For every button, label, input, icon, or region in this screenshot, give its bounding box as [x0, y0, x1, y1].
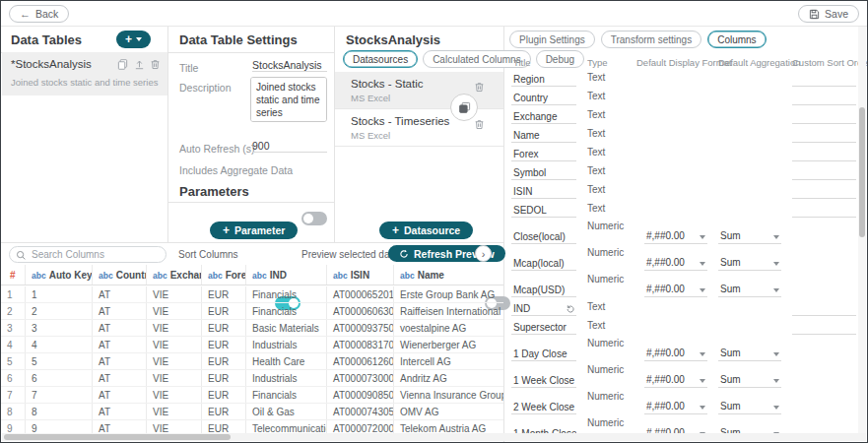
- column-title-input[interactable]: Supersector: [511, 322, 576, 335]
- column-title-input[interactable]: 1 Day Close: [511, 348, 576, 361]
- column-row: Close(local) Numeric #,##0.00 Sum: [503, 220, 859, 246]
- aggregation-select[interactable]: Sum: [718, 348, 781, 361]
- columns-panel-tab[interactable]: Transform settings: [601, 31, 701, 48]
- column-row: Supersector Text: [503, 318, 859, 337]
- preview-header-cell[interactable]: abcAuto Key: [26, 265, 93, 285]
- delete-icon[interactable]: [148, 57, 162, 71]
- add-data-table-button[interactable]: +: [116, 31, 151, 48]
- delete-icon[interactable]: [472, 117, 486, 131]
- datasource-item-timeseries[interactable]: Stocks - Timeseries MS Excel: [335, 109, 503, 147]
- display-format-select[interactable]: #,##0.00: [644, 230, 707, 244]
- preview-header-cell[interactable]: abcName: [394, 265, 503, 285]
- preview-header-cell[interactable]: abcCountry: [93, 265, 147, 285]
- column-title-input[interactable]: Mcap(USD): [511, 285, 576, 297]
- column-title-input[interactable]: Mcap(local): [511, 258, 576, 271]
- join-datasources-icon[interactable]: [450, 94, 478, 121]
- column-title-input[interactable]: Forex: [511, 149, 576, 161]
- data-table-name: *StocksAnalysis: [11, 58, 92, 70]
- horizontal-scrollbar[interactable]: [2, 433, 866, 441]
- preview-table-row[interactable]: 6 6 AT VIE EUR Industrials AT0000730007 …: [1, 370, 503, 387]
- display-format-select[interactable]: #,##0.00: [644, 401, 707, 414]
- scrollbar-thumb[interactable]: [859, 107, 865, 237]
- aggregation-select[interactable]: Sum: [718, 374, 781, 388]
- datasource-tab[interactable]: Datasources: [343, 50, 418, 68]
- description-input[interactable]: Joined stocks static and time series: [250, 77, 327, 122]
- display-format-select[interactable]: #,##0.00: [644, 348, 707, 361]
- add-parameter-button[interactable]: + Parameter: [210, 222, 298, 239]
- auto-refresh-input[interactable]: [252, 140, 327, 153]
- save-button[interactable]: Save: [798, 5, 859, 23]
- custom-sort-input[interactable]: [792, 187, 856, 199]
- aggregation-value: Sum: [720, 348, 741, 358]
- upload-icon[interactable]: [132, 57, 146, 71]
- tab-label: Debug: [546, 54, 574, 65]
- column-title-input[interactable]: ISIN: [511, 186, 576, 199]
- column-header-aggregation: Default Aggregation: [718, 57, 800, 68]
- reset-icon[interactable]: [565, 303, 575, 314]
- preview-table-row[interactable]: 4 4 AT VIE EUR Industrials AT0000831706 …: [1, 337, 503, 353]
- aggregate-data-label: Includes Aggregate Data: [179, 164, 293, 176]
- name-cell: Erste Group Bank AG: [394, 286, 503, 302]
- search-columns-input[interactable]: [32, 248, 160, 261]
- custom-sort-input[interactable]: [792, 131, 856, 143]
- aggregation-select[interactable]: Sum: [718, 257, 781, 271]
- columns-panel-tab[interactable]: Plugin Settings: [509, 31, 595, 48]
- display-format-select[interactable]: #,##0.00: [644, 257, 707, 271]
- toggle-knob: [303, 214, 313, 223]
- datasource-tab[interactable]: Debug: [536, 50, 584, 68]
- delete-icon[interactable]: [472, 80, 486, 94]
- column-title-input[interactable]: Close(local): [511, 231, 576, 244]
- add-datasource-button[interactable]: + Datasource: [379, 222, 473, 239]
- scrollbar-thumb[interactable]: [4, 434, 231, 440]
- preview-table-row[interactable]: 5 5 AT VIE EUR Health Care AT0000612601 …: [1, 353, 503, 370]
- display-format-select[interactable]: #,##0.00: [644, 374, 707, 388]
- aggregation-select[interactable]: Sum: [718, 284, 781, 297]
- preview-header-cell[interactable]: abcISIN: [327, 265, 394, 285]
- column-title-input[interactable]: SEDOL: [511, 205, 576, 218]
- column-title-input[interactable]: Country: [511, 93, 576, 105]
- preview-header-cell[interactable]: abcExchange: [147, 265, 202, 285]
- custom-sort-input[interactable]: [792, 75, 856, 87]
- exchange-cell: VIE: [147, 303, 202, 319]
- columns-panel-tab[interactable]: Columns: [707, 31, 766, 48]
- display-format-select[interactable]: #,##0.00: [644, 284, 707, 297]
- custom-sort-input[interactable]: [792, 94, 856, 105]
- plus-icon: +: [392, 224, 399, 236]
- custom-sort-input[interactable]: [792, 150, 856, 161]
- chevron-down-icon: [700, 288, 705, 292]
- column-row: Name Text: [503, 126, 859, 145]
- back-button[interactable]: ← Back: [9, 5, 69, 23]
- datasource-item-static[interactable]: Stocks - Static MS Excel: [335, 72, 503, 109]
- preview-table-row[interactable]: 2 2 AT VIE EUR Financials AT0000606306 R…: [1, 303, 503, 320]
- custom-sort-input[interactable]: [792, 112, 856, 124]
- column-row: Country Text: [503, 89, 859, 107]
- custom-sort-input[interactable]: [792, 206, 856, 218]
- title-input[interactable]: [252, 59, 327, 72]
- column-title-input[interactable]: 2 Week Close: [511, 402, 576, 414]
- column-title-input[interactable]: Region: [511, 74, 576, 87]
- column-title-input[interactable]: Exchange: [511, 111, 576, 124]
- copy-icon[interactable]: [115, 57, 129, 71]
- app-window: ← Back Save Data Tables + *StocksAnalysi…: [0, 0, 868, 443]
- column-title-input[interactable]: Symbol: [511, 167, 576, 180]
- preview-table-row[interactable]: 3 3 AT VIE EUR Basic Materials AT0000937…: [1, 320, 503, 337]
- preview-header-cell[interactable]: abcForex: [202, 265, 246, 285]
- preview-header-cell[interactable]: abcIND: [246, 265, 327, 285]
- aggregation-select[interactable]: Sum: [718, 230, 781, 244]
- column-title-input[interactable]: 1 Week Close: [511, 375, 576, 388]
- custom-sort-input[interactable]: [792, 323, 856, 335]
- preview-table-row[interactable]: 7 7 AT VIE EUR Financials AT0000908504 V…: [1, 387, 503, 404]
- custom-sort-input[interactable]: [792, 304, 856, 316]
- aggregation-select[interactable]: Sum: [718, 401, 781, 414]
- custom-sort-input[interactable]: [792, 168, 856, 180]
- data-table-list-item[interactable]: *StocksAnalysis Joined stocks static and…: [2, 52, 167, 95]
- chevron-down-icon: [700, 379, 705, 383]
- columns-list: Region Text Country: [503, 70, 859, 435]
- vertical-scrollbar[interactable]: [858, 27, 866, 433]
- expand-preview-button[interactable]: ›: [475, 245, 492, 262]
- aggregate-data-toggle[interactable]: [301, 212, 327, 225]
- column-title-input[interactable]: Name: [511, 130, 576, 143]
- preview-table-row[interactable]: 1 1 AT VIE EUR Financials AT0000652011 E…: [1, 286, 503, 303]
- preview-table-row[interactable]: 8 8 AT VIE EUR Oil & Gas AT0000743059 OM…: [1, 404, 503, 420]
- preview-header-cell[interactable]: #: [1, 265, 26, 285]
